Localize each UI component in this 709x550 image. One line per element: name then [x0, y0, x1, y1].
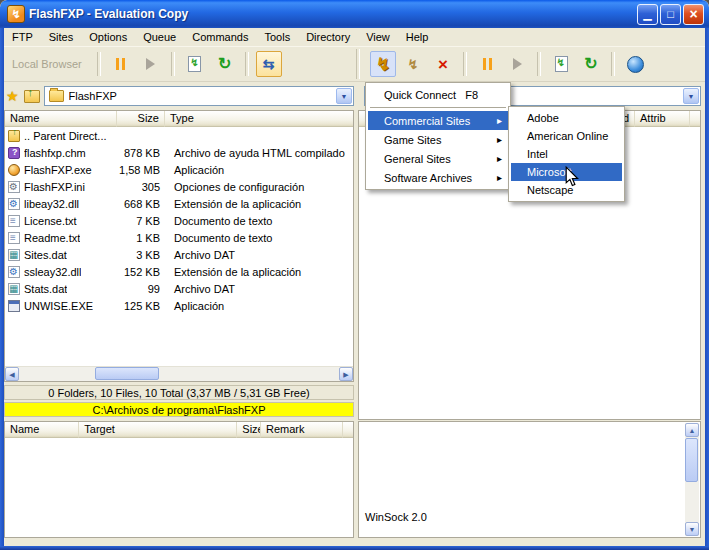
menu-item-general-sites[interactable]: General Sites ▸: [368, 149, 508, 168]
log-vertical-scrollbar[interactable]: ▲ ▼: [685, 423, 699, 536]
local-status-text: 0 Folders, 10 Files, 10 Total (3,37 MB /…: [48, 387, 309, 399]
scroll-right-button[interactable]: ▶: [339, 367, 353, 381]
parent-folder-button[interactable]: ↑: [22, 87, 42, 105]
file-row[interactable]: libeay32.dll 668 KB Extensión de la apli…: [5, 195, 353, 212]
file-row[interactable]: FlashFXP.exe 1,58 MB Aplicación: [5, 161, 353, 178]
submenu-item-american-online[interactable]: American Online: [511, 127, 622, 145]
menu-ftp[interactable]: FTP: [4, 29, 41, 45]
file-size: 1 KB: [117, 232, 165, 244]
local-browser-label: Local Browser: [12, 58, 82, 70]
column-header-attrib[interactable]: Attrib: [635, 111, 690, 127]
disconnect-x-icon: ×: [438, 56, 448, 73]
menu-item-label: Game Sites: [384, 134, 441, 146]
file-row[interactable]: ssleay32.dll 152 KB Extensión de la apli…: [5, 263, 353, 280]
close-button[interactable]: ×: [683, 4, 704, 25]
remote-combo-dropdown-button[interactable]: ▼: [683, 88, 699, 104]
view-switch-button[interactable]: ⇆: [256, 51, 282, 77]
submenu-item-adobe[interactable]: Adobe: [511, 109, 622, 127]
disconnect-button[interactable]: ×: [430, 51, 456, 77]
file-row[interactable]: Readme.txt 1 KB Documento de texto: [5, 229, 353, 246]
close-icon: ×: [689, 7, 697, 21]
file-row[interactable]: Stats.dat 99 Archivo DAT: [5, 280, 353, 297]
file-icon: [8, 249, 20, 261]
menu-item-label: Quick Connect: [384, 89, 456, 101]
local-path-combo[interactable]: FlashFXP ▼: [44, 86, 354, 106]
transfer-file-icon: ↯: [555, 56, 568, 72]
local-pause-button[interactable]: [108, 51, 134, 77]
window-title: FlashFXP - Evaluation Copy: [29, 7, 188, 21]
small-lightning-icon: ↯: [408, 58, 419, 71]
file-size: 878 KB: [117, 147, 165, 159]
scroll-track[interactable]: [19, 367, 339, 381]
file-name-cell: Readme.txt: [5, 232, 117, 244]
parent-directory-row[interactable]: .. Parent Direct...: [5, 127, 353, 144]
swap-panels-icon: ⇆: [263, 57, 275, 71]
file-name: FlashFXP.ini: [24, 181, 85, 193]
submenu-item-intel[interactable]: Intel: [511, 145, 622, 163]
menu-tools[interactable]: Tools: [256, 29, 298, 45]
scroll-track[interactable]: [685, 437, 699, 522]
file-size: 3 KB: [117, 249, 165, 261]
minimize-button[interactable]: ▁: [637, 4, 658, 25]
local-combo-dropdown-button[interactable]: ▼: [336, 88, 352, 104]
remote-resume-button[interactable]: [504, 51, 530, 77]
queue-column-target[interactable]: Target: [79, 422, 237, 438]
local-transfer-button[interactable]: ↯: [182, 51, 208, 77]
favorites-star-icon[interactable]: ★: [6, 88, 19, 104]
remote-pause-button[interactable]: [474, 51, 500, 77]
quick-connect-button[interactable]: ↯: [400, 51, 426, 77]
submenu-arrow-icon: ▸: [497, 173, 502, 183]
submenu-arrow-icon: ▸: [497, 116, 502, 126]
menu-item-quick-connect[interactable]: Quick Connect F8: [368, 85, 508, 104]
scroll-left-button[interactable]: ◀: [5, 367, 19, 381]
queue-column-size[interactable]: Size: [237, 422, 261, 438]
local-refresh-button[interactable]: ↻: [212, 51, 238, 77]
chevron-down-icon: ▼: [341, 93, 348, 100]
maximize-button[interactable]: □: [660, 4, 681, 25]
menu-options[interactable]: Options: [81, 29, 135, 45]
scroll-thumb[interactable]: [95, 367, 159, 380]
web-button[interactable]: [622, 51, 648, 77]
menu-view[interactable]: View: [358, 29, 398, 45]
connect-button[interactable]: ↯: [370, 51, 396, 77]
file-row[interactable]: UNWISE.EXE 125 KB Aplicación: [5, 297, 353, 314]
scroll-down-icon: ▼: [689, 526, 696, 533]
menu-help[interactable]: Help: [398, 29, 437, 45]
file-row[interactable]: License.txt 7 KB Documento de texto: [5, 212, 353, 229]
file-row[interactable]: FlashFXP.ini 305 Opciones de configuraci…: [5, 178, 353, 195]
menu-item-game-sites[interactable]: Game Sites ▸: [368, 130, 508, 149]
file-size: 1,58 MB: [117, 164, 165, 176]
menu-directory[interactable]: Directory: [298, 29, 358, 45]
menu-commands[interactable]: Commands: [184, 29, 256, 45]
file-icon: [8, 181, 20, 193]
file-name: FlashFXP.exe: [24, 164, 92, 176]
file-row[interactable]: flashfxp.chm 878 KB Archivo de ayuda HTM…: [5, 144, 353, 161]
menubar: FTP Sites Options Queue Commands Tools D…: [4, 28, 705, 46]
column-header-type[interactable]: Type: [165, 111, 353, 127]
scroll-thumb[interactable]: [685, 438, 698, 482]
queue-column-remark[interactable]: Remark: [261, 422, 343, 438]
remote-refresh-button[interactable]: ↻: [578, 51, 604, 77]
scroll-down-button[interactable]: ▼: [685, 522, 699, 536]
file-name: ssleay32.dll: [24, 266, 81, 278]
menu-item-commercial-sites[interactable]: Commercial Sites ▸: [368, 111, 508, 130]
queue-column-name[interactable]: Name: [5, 422, 79, 438]
local-horizontal-scrollbar[interactable]: ◀ ▶: [5, 366, 353, 381]
local-resume-button[interactable]: [138, 51, 164, 77]
menu-item-software-archives[interactable]: Software Archives ▸: [368, 168, 508, 187]
menu-shortcut: F8: [465, 89, 502, 101]
file-row[interactable]: Sites.dat 3 KB Archivo DAT: [5, 246, 353, 263]
remote-transfer-button[interactable]: ↯: [548, 51, 574, 77]
local-file-list: Name Size Type .. Parent Direct... flash…: [4, 110, 354, 382]
log-text: WinSock 2.0: [365, 511, 427, 523]
scroll-up-button[interactable]: ▲: [685, 423, 699, 437]
menu-sites[interactable]: Sites: [41, 29, 81, 45]
column-header-name[interactable]: Name: [5, 111, 117, 127]
file-name-cell: libeay32.dll: [5, 198, 117, 210]
file-size: 125 KB: [117, 300, 165, 312]
menu-queue[interactable]: Queue: [135, 29, 184, 45]
column-header-size[interactable]: Size: [117, 111, 165, 127]
local-path-value: FlashFXP: [69, 90, 117, 102]
file-name: flashfxp.chm: [24, 147, 86, 159]
panel-splitter[interactable]: [354, 86, 358, 420]
